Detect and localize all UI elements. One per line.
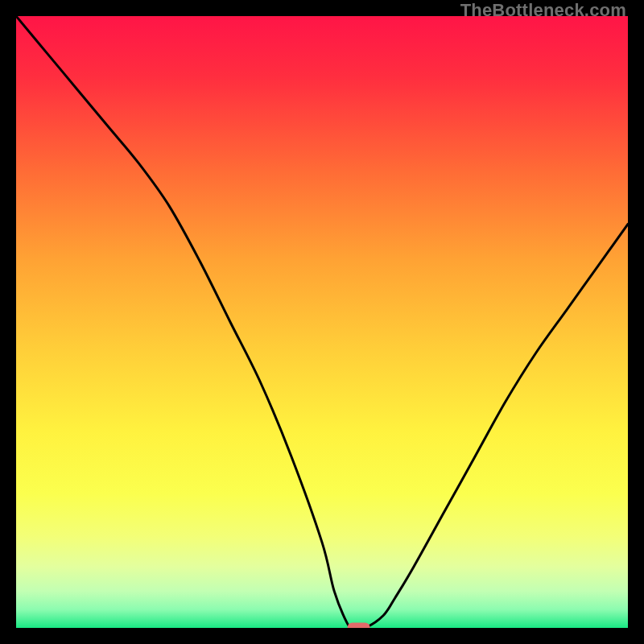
gradient-background [16,16,628,628]
plot-area [16,16,628,628]
bottleneck-chart [16,16,628,628]
chart-frame: TheBottleneck.com [0,0,644,644]
optimal-point-marker [348,623,370,629]
